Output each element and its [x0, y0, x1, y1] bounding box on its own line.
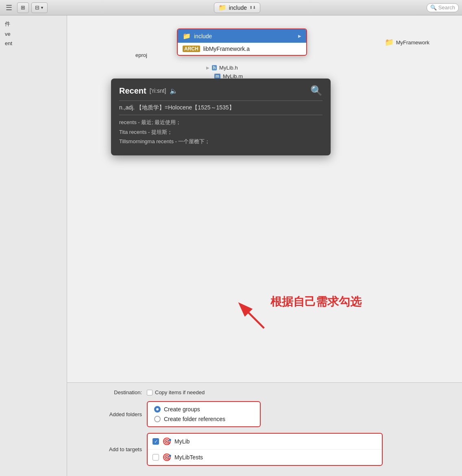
- chevron-down-icon: ▼: [40, 6, 44, 10]
- dict-lookup-icon[interactable]: 🔍: [310, 85, 323, 96]
- dict-divider: [119, 100, 323, 101]
- targets-box: ✓ 🎯 MyLib 🎯 MyLibTests: [147, 433, 383, 466]
- folder-options-box: Create groups Create folder references: [147, 401, 261, 427]
- dict-example-1: recents - 最近; 最近使用；: [119, 118, 323, 127]
- search-icon: 🔍: [430, 4, 437, 11]
- list-icon: ⊟: [35, 4, 39, 11]
- arrow-icon: ▶: [206, 66, 209, 70]
- dict-phonetic: ['ri:snt]: [150, 87, 166, 94]
- sidebar-item-1[interactable]: 件: [0, 19, 67, 29]
- sidebar-item-label-1: 件: [5, 21, 10, 27]
- file-label-mylib-h: MyLib.h: [219, 65, 238, 71]
- added-folders-label: Added folders: [77, 411, 142, 417]
- dict-example-3: Tillsmorningma recents - 一个屋檐下；: [119, 138, 323, 146]
- sidebar-item-label-2: ve: [5, 31, 11, 37]
- breadcrumb-area: 📁 include ⬆⬇: [50, 2, 424, 13]
- create-groups-radio[interactable]: [154, 406, 161, 413]
- copy-items-wrapper: Copy items if needed: [147, 389, 205, 395]
- dropdown-item-lib-label: libMyFramework.a: [203, 46, 250, 52]
- dict-pos: n.,adj.: [119, 104, 135, 111]
- dropdown-arrow-right-icon: ▶: [298, 34, 301, 38]
- sidebar: 件 ve ent: [0, 15, 67, 476]
- search-label: Search: [438, 4, 455, 11]
- file-item-mylib-h[interactable]: ▶ h MyLib.h: [204, 63, 245, 72]
- dict-header: Recent ['ri:snt] 🔈 🔍: [119, 85, 323, 96]
- create-folder-refs-label: Create folder references: [164, 416, 225, 422]
- center-content: eproj ▶ h MyLib.h m MyLib.m 📁 MyFramewor…: [67, 15, 462, 476]
- mylibtests-target-icon: 🎯: [162, 453, 171, 462]
- dict-example-2: Tita recents - 提坦斯；: [119, 128, 323, 136]
- added-folders-row: Added folders Create groups Create folde…: [77, 401, 452, 427]
- mylib-target-label: MyLib: [174, 438, 190, 445]
- mylibtests-target-label: MyLibTests: [174, 454, 203, 461]
- myframework-text: MyFramework: [396, 39, 429, 46]
- myframework-folder-icon: 📁: [385, 38, 394, 47]
- target-row-mylib[interactable]: ✓ 🎯 MyLib: [148, 434, 382, 450]
- main-area: 件 ve ent eproj ▶ h MyLib.h m MyLib.m: [0, 15, 462, 476]
- eproj-label: eproj: [135, 52, 147, 58]
- mylib-checkbox[interactable]: ✓: [153, 438, 159, 445]
- dict-divider-2: [119, 115, 323, 115]
- sidebar-item-3[interactable]: ent: [0, 39, 67, 48]
- dict-def-text: 【地质学】=Holocene【1525～1535】: [136, 104, 235, 111]
- copy-items-label: Copy items if needed: [155, 389, 205, 395]
- breadcrumb-dropdown[interactable]: 📁 include ⬆⬇: [214, 2, 260, 13]
- target-row-mylibtests[interactable]: 🎯 MyLibTests: [148, 450, 382, 465]
- destination-row: Destination: Copy items if needed: [77, 389, 452, 395]
- hamburger-icon[interactable]: ☰: [3, 2, 15, 13]
- sound-icon[interactable]: 🔈: [170, 87, 178, 95]
- chinese-annotation: 根据自己需求勾选: [270, 294, 362, 310]
- h-file-icon: h: [212, 65, 217, 70]
- bottom-dialog: Destination: Copy items if needed Added …: [67, 382, 462, 476]
- dictionary-popup: Recent ['ri:snt] 🔈 🔍 n.,adj. 【地质学】=Holoc…: [111, 79, 331, 155]
- create-groups-label: Create groups: [164, 406, 200, 413]
- mylibtests-checkbox[interactable]: [153, 454, 159, 461]
- toolbar: ☰ ⊞ ⊟ ▼ 📁 include ⬆⬇ 🔍 Search: [0, 0, 462, 15]
- dropdown-item-libmyframework[interactable]: ARCH libMyFramework.a: [178, 43, 306, 55]
- dict-word: Recent: [119, 86, 146, 96]
- dropdown-popup: 📁 include ▶ ARCH libMyFramework.a: [177, 28, 307, 56]
- sidebar-item-2[interactable]: ve: [0, 29, 67, 39]
- view-toggle-button[interactable]: ⊟ ▼: [31, 2, 48, 13]
- add-to-targets-row: Add to targets ✓ 🎯 MyLib 🎯 MyLibTests: [77, 433, 452, 466]
- archive-icon: ARCH: [183, 46, 200, 52]
- dropdown-folder-icon: 📁: [183, 32, 191, 40]
- arrow-annotation: [226, 300, 275, 333]
- breadcrumb-chevron-icon: ⬆⬇: [249, 5, 256, 10]
- create-groups-radio-row[interactable]: Create groups: [154, 406, 253, 413]
- destination-label: Destination:: [77, 389, 142, 395]
- folder-icon: 📁: [218, 4, 227, 11]
- create-folder-refs-radio[interactable]: [154, 416, 161, 422]
- myframework-label: 📁 MyFramework: [385, 38, 429, 47]
- search-area: 🔍 Search: [427, 3, 459, 12]
- breadcrumb-label: include: [229, 4, 247, 11]
- sidebar-item-label-3: ent: [5, 40, 12, 46]
- dict-definition: n.,adj. 【地质学】=Holocene【1525～1535】: [119, 104, 323, 111]
- search-box[interactable]: 🔍 Search: [427, 3, 459, 12]
- mylib-target-icon: 🎯: [162, 437, 171, 446]
- add-to-targets-label: Add to targets: [77, 446, 142, 452]
- grid-view-button[interactable]: ⊞: [17, 2, 29, 13]
- grid-icon: ⊞: [21, 4, 25, 11]
- dropdown-item-include-label: include: [194, 33, 212, 39]
- dropdown-item-include[interactable]: 📁 include ▶: [178, 29, 306, 43]
- copy-items-checkbox[interactable]: [147, 390, 153, 395]
- create-folder-refs-radio-row[interactable]: Create folder references: [154, 416, 253, 422]
